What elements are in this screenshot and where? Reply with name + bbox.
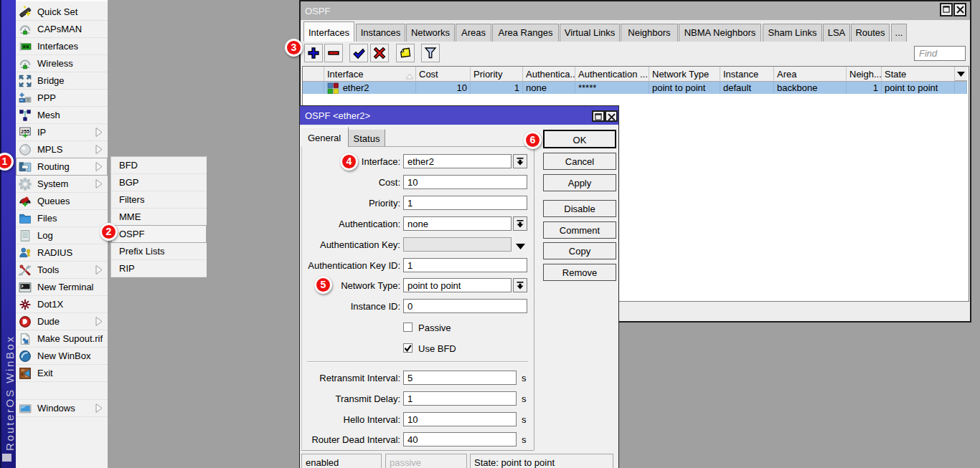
svg-text:255: 255 bbox=[21, 128, 29, 135]
